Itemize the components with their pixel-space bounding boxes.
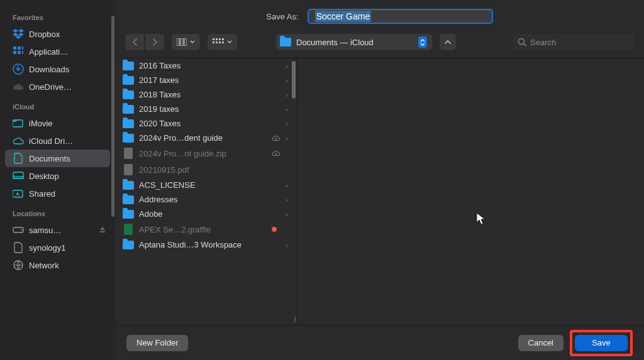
cloud-download-icon <box>272 149 280 158</box>
sidebar-label: Network <box>29 261 59 270</box>
chevron-right-icon: › <box>286 106 291 113</box>
file-name: ACS_LICENSE <box>139 180 267 190</box>
forward-button[interactable] <box>145 34 164 50</box>
sidebar: Favorites Dropbox Applicati… Downloads O… <box>0 0 115 360</box>
file-browser: 2016 Taxes›2017 taxes›2018 Taxes›2019 ta… <box>115 58 644 325</box>
cloud-icon <box>13 81 24 92</box>
sidebar-item-synology[interactable]: synology1 <box>0 239 115 256</box>
svg-rect-23 <box>216 41 218 43</box>
chevron-right-icon: › <box>286 182 291 189</box>
chevron-right-icon: › <box>286 210 291 218</box>
search-input[interactable]: Search <box>511 34 634 50</box>
file-name: 2018 Taxes <box>139 90 267 99</box>
new-folder-button[interactable]: New Folder <box>126 335 188 351</box>
sidebar-item-shared[interactable]: Shared <box>0 185 115 202</box>
file-name: 2017 taxes <box>139 75 267 85</box>
file-row[interactable]: ACS_LICENSE› <box>115 178 297 192</box>
sidebar-label: iCloud Dri… <box>29 136 73 146</box>
file-row[interactable]: 2020 Taxes› <box>115 116 297 131</box>
cancel-button[interactable]: Cancel <box>518 335 564 351</box>
sidebar-item-network[interactable]: Network <box>0 256 115 274</box>
chevron-up-icon <box>445 40 451 45</box>
sidebar-section-favorites: Favorites <box>0 6 115 25</box>
filename-value: Soccer Game <box>315 11 372 22</box>
toolbar: Documents — iCloud Search <box>115 30 644 58</box>
save-as-row: Save As: Soccer Game <box>115 0 644 30</box>
svg-rect-16 <box>180 38 183 46</box>
file-row[interactable]: Aptana Studi…3 Workspace› <box>115 237 297 252</box>
file-name: Aptana Studi…3 Workspace <box>139 240 267 249</box>
file-row[interactable]: 2016 Taxes› <box>115 58 297 73</box>
updown-icon <box>418 36 427 48</box>
sidebar-scrollbar[interactable] <box>111 16 114 217</box>
file-row[interactable]: 2017 taxes› <box>115 73 297 87</box>
sidebar-section-icloud: iCloud <box>0 95 115 114</box>
folder-icon <box>123 195 134 204</box>
sidebar-item-imovie[interactable]: iMovie <box>0 114 115 132</box>
chevron-right-icon: › <box>286 196 291 204</box>
file-row[interactable]: Addresses› <box>115 192 297 207</box>
file-row[interactable]: 2024v Pro…nt guide.zip <box>115 145 297 161</box>
sidebar-label: Desktop <box>29 172 59 181</box>
spreadsheet-icon <box>124 224 133 235</box>
sidebar-label: Documents <box>29 154 70 163</box>
svg-rect-24 <box>219 41 221 43</box>
svg-rect-25 <box>222 41 224 43</box>
footer: New Folder Cancel Save <box>115 325 644 360</box>
drive-icon <box>13 224 24 236</box>
file-name: 2019 taxes <box>139 104 267 114</box>
file-row[interactable]: 2018 Taxes› <box>115 87 297 102</box>
sidebar-item-samsung[interactable]: samsu… <box>0 221 115 239</box>
collapse-button[interactable] <box>440 34 456 50</box>
file-row[interactable]: 20210915.pdf <box>115 161 297 178</box>
sidebar-item-downloads[interactable]: Downloads <box>0 60 115 78</box>
cloud-icon <box>13 135 24 146</box>
view-mode-button[interactable] <box>172 34 200 50</box>
sidebar-item-icloud-drive[interactable]: iCloud Dri… <box>0 132 115 150</box>
app-grid-icon <box>13 46 24 57</box>
location-popup[interactable]: Documents — iCloud <box>276 34 432 50</box>
search-icon <box>518 38 526 46</box>
chevron-right-icon: › <box>286 241 291 249</box>
desktop-icon <box>13 170 24 182</box>
document-icon <box>13 242 24 253</box>
sidebar-item-dropbox[interactable]: Dropbox <box>0 25 115 43</box>
group-by-button[interactable] <box>208 34 237 50</box>
cloud-download-icon <box>272 134 280 143</box>
chevron-right-icon: › <box>286 134 291 142</box>
sidebar-label: synology1 <box>29 243 66 253</box>
sidebar-item-applications[interactable]: Applicati… <box>0 43 115 60</box>
sidebar-item-onedrive[interactable]: OneDrive… <box>0 78 115 95</box>
document-icon <box>124 164 133 175</box>
folder-icon <box>123 134 134 143</box>
file-column[interactable]: 2016 Taxes›2017 taxes›2018 Taxes›2019 ta… <box>115 58 297 325</box>
file-row[interactable]: APEX Se…2.graffle <box>115 221 297 237</box>
column-scrollbar[interactable] <box>292 61 296 99</box>
file-name: 2024v Pro…nt guide.zip <box>139 149 267 158</box>
file-name: APEX Se…2.graffle <box>139 225 267 234</box>
file-name: 2024v Pro…dent guide <box>139 133 267 143</box>
filename-input[interactable]: Soccer Game <box>308 9 493 24</box>
shared-folder-icon <box>13 188 24 199</box>
chevron-right-icon: › <box>286 120 291 128</box>
eject-icon[interactable] <box>99 226 106 234</box>
folder-icon <box>123 76 134 85</box>
back-button[interactable] <box>125 34 144 50</box>
folder-icon <box>280 38 291 46</box>
folder-icon <box>123 210 134 219</box>
download-icon <box>13 63 24 75</box>
column-resize-handle[interactable]: || <box>294 316 297 322</box>
location-label: Documents — iCloud <box>296 38 413 47</box>
sidebar-item-documents[interactable]: Documents <box>5 150 110 167</box>
sidebar-item-desktop[interactable]: Desktop <box>0 167 115 185</box>
file-row[interactable]: Adobe› <box>115 207 297 221</box>
folder-icon <box>123 62 134 70</box>
svg-rect-4 <box>22 46 23 50</box>
file-row[interactable]: 2024v Pro…dent guide› <box>115 131 297 145</box>
sidebar-label: Shared <box>29 189 55 199</box>
file-row[interactable]: 2019 taxes› <box>115 102 297 116</box>
save-button[interactable]: Save <box>575 335 628 351</box>
svg-rect-20 <box>219 38 221 40</box>
sidebar-section-locations: Locations <box>0 202 115 221</box>
network-icon <box>13 259 24 271</box>
